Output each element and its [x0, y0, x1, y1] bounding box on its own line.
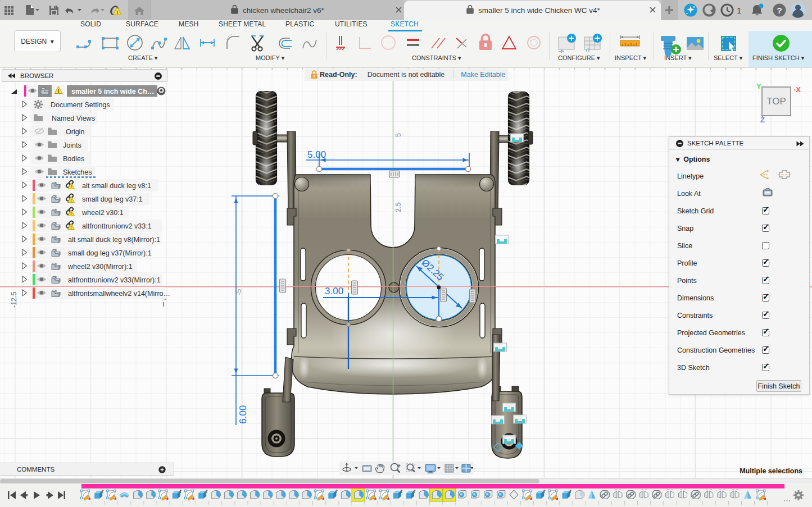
svg-text:-5: -5	[235, 289, 243, 295]
svg-text:2.5: 2.5	[394, 203, 402, 212]
svg-text:altfronttrunionv2 v33(Mirror):: altfronttrunionv2 v33(Mirror):1	[68, 276, 161, 284]
svg-text:3.00: 3.00	[325, 286, 343, 296]
svg-text:small dog leg v37:1: small dog leg v37:1	[82, 195, 143, 203]
svg-text:smaller 5 inch wide Chicken WC: smaller 5 inch wide Chicken WC v4*	[478, 6, 601, 15]
svg-text:Joints: Joints	[63, 141, 81, 149]
svg-text:smaller 5 inch wide Ch…: smaller 5 inch wide Ch…	[71, 88, 154, 95]
svg-text:Bodies: Bodies	[63, 155, 84, 163]
svg-text:altfronttrunionv2 v33:1: altfronttrunionv2 v33:1	[82, 222, 152, 230]
svg-text:5.00: 5.00	[307, 149, 326, 160]
svg-text:Document Settings: Document Settings	[51, 101, 110, 109]
svg-text:5: 5	[394, 133, 402, 137]
svg-text:Origin: Origin	[66, 128, 84, 136]
svg-text:Sketches: Sketches	[63, 168, 92, 176]
svg-text:6.00: 6.00	[238, 405, 248, 424]
svg-text:small dog leg v37(Mirror):1: small dog leg v37(Mirror):1	[68, 249, 152, 257]
svg-text:1: 1	[737, 6, 741, 15]
svg-text:altfrontsmallwheelv2 v14(Mirro: altfrontsmallwheelv2 v14(Mirro…	[68, 290, 170, 298]
svg-text:alt small duck leg v8:1: alt small duck leg v8:1	[82, 182, 151, 190]
svg-text:alt small duck leg v8(Mirror):: alt small duck leg v8(Mirror):1	[68, 236, 160, 244]
svg-text:wheel2 v30:1: wheel2 v30:1	[81, 209, 124, 217]
svg-text:chicken wheelchair2 v6*: chicken wheelchair2 v6*	[243, 6, 325, 15]
svg-text:!: !	[116, 10, 118, 15]
svg-text:?: ?	[777, 6, 782, 15]
svg-text:Named Views: Named Views	[52, 115, 95, 122]
svg-text:wheel2 v30(Mirror):1: wheel2 v30(Mirror):1	[67, 263, 133, 271]
